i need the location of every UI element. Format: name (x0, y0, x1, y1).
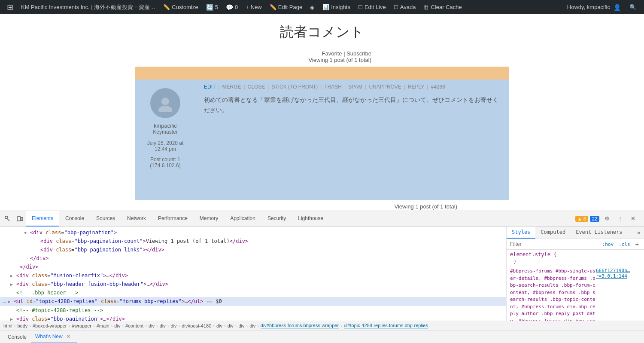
topic-header (135, 67, 509, 80)
svg-rect-3 (17, 217, 21, 221)
trash-link[interactable]: TRASH (324, 84, 342, 90)
post-date: July 25, 2020 at 12:44 pm (142, 140, 189, 152)
customize-link[interactable]: ✏️ Customize (160, 0, 201, 14)
author-name: kmpacific (142, 122, 189, 129)
devtools-tab-bar: Elements Console Sources Network Perform… (0, 211, 644, 225)
warning-badge: ▲ 8 (575, 216, 588, 222)
tab-security[interactable]: Security (261, 211, 292, 225)
tab-performance[interactable]: Performance (152, 211, 194, 225)
console-badge: 22 (590, 216, 599, 222)
search-icon[interactable]: 🔍 (625, 0, 641, 14)
user-menu[interactable]: Howdy, kmpacific 👤 (564, 0, 624, 14)
svg-rect-2 (5, 216, 7, 218)
tab-console[interactable]: Console (59, 211, 90, 225)
forum-meta-bottom: Viewing 1 post (of 1 total) (135, 203, 509, 210)
page-content: 読者コメント Favorite | Subscribe Viewing 1 po… (0, 14, 644, 225)
reply-link[interactable]: REPLY (408, 84, 424, 90)
inspect-element-icon[interactable] (2, 213, 14, 225)
new-link[interactable]: + New (242, 0, 265, 14)
admin-bar: ⊞ KM Pacific Investments Inc. | 海外不動産投資・… (0, 0, 644, 14)
stick-link[interactable]: STICK (TO FRONT) (271, 84, 318, 90)
post-actions: EDIT | MERGE | CLOSE | STICK (TO FRONT) … (204, 84, 500, 90)
svg-point-1 (158, 106, 172, 112)
tab-memory[interactable]: Memory (194, 211, 224, 225)
clear-cache-link[interactable]: 🗑 Clear Cache (420, 0, 465, 14)
topic-body: kmpacific Keymaster July 25, 2020 at 12:… (135, 80, 509, 200)
forum-meta-top: Favorite | Subscribe Viewing 1 post (of … (135, 50, 509, 63)
page-title: 読者コメント (0, 23, 644, 42)
edit-page-link[interactable]: ✏️ Edit Page (266, 0, 306, 14)
svg-rect-4 (21, 217, 23, 220)
tab-application[interactable]: Application (224, 211, 261, 225)
edit-live-checkbox[interactable]: ☐ Edit Live (355, 0, 389, 14)
updates-link[interactable]: 🔄 5 (203, 0, 222, 14)
device-toggle-icon[interactable] (14, 213, 26, 225)
tab-sources[interactable]: Sources (90, 211, 121, 225)
tab-lighthouse[interactable]: Lighthouse (292, 211, 329, 225)
site-name[interactable]: KM Pacific Investments Inc. | 海外不動産投資・資産… (18, 0, 159, 14)
tab-elements[interactable]: Elements (26, 211, 59, 225)
svg-point-0 (161, 98, 169, 105)
forum-container: Favorite | Subscribe Viewing 1 post (of … (135, 50, 509, 210)
close-link[interactable]: CLOSE (248, 84, 265, 90)
edit-link[interactable]: EDIT (204, 84, 216, 90)
devtools-right-icons: ▲ 8 22 ⚙ ⋮ ✕ (575, 213, 642, 225)
unapprove-link[interactable]: UNAPPROVE (369, 84, 401, 90)
settings-icon[interactable]: ⚙ (601, 213, 613, 225)
more-options-icon[interactable]: ⋮ (614, 213, 626, 225)
avada-link[interactable]: ☐ Avada (390, 0, 419, 14)
post-number-link[interactable]: #4288 (431, 84, 445, 90)
post-panel: EDIT | MERGE | CLOSE | STICK (TO FRONT) … (195, 80, 509, 200)
post-count: Post count: 1 (174.6.102.6) (142, 156, 189, 168)
comments-link[interactable]: 💬 0 (222, 0, 241, 14)
close-devtools-icon[interactable]: ✕ (627, 213, 639, 225)
avatar (150, 88, 180, 118)
post-content: 初めての著書となる「家業を継げなかった三代目、継がなかった三代目」について、ぜひ… (204, 95, 500, 116)
devtools-panel: Elements Console Sources Network Perform… (0, 211, 644, 225)
author-role: Keymaster (142, 129, 189, 135)
tab-network[interactable]: Network (121, 211, 152, 225)
wp-logo[interactable]: ⊞ (3, 0, 17, 14)
insights-link[interactable]: 📊 Insights (319, 0, 354, 14)
merge-link[interactable]: MERGE (222, 84, 241, 90)
spam-link[interactable]: SPAM (348, 84, 362, 90)
author-panel: kmpacific Keymaster July 25, 2020 at 12:… (135, 80, 195, 200)
avada-icon[interactable]: ◈ (307, 0, 318, 14)
